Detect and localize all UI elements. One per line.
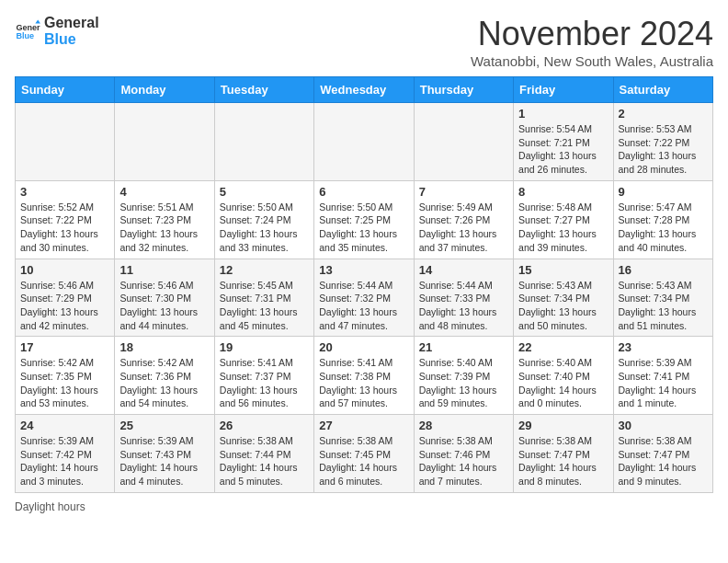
day-info: Sunrise: 5:46 AM Sunset: 7:30 PM Dayligh…	[119, 279, 209, 333]
day-number: 17	[20, 340, 109, 354]
day-info: Sunrise: 5:39 AM Sunset: 7:43 PM Dayligh…	[119, 434, 209, 488]
day-info: Sunrise: 5:41 AM Sunset: 7:38 PM Dayligh…	[319, 356, 408, 410]
day-info: Sunrise: 5:40 AM Sunset: 7:39 PM Dayligh…	[419, 356, 508, 410]
title-area: November 2024 Watanobbi, New South Wales…	[471, 15, 713, 69]
day-info: Sunrise: 5:38 AM Sunset: 7:46 PM Dayligh…	[419, 434, 508, 488]
logo: General Blue General Blue	[15, 15, 99, 47]
day-cell: 16Sunrise: 5:43 AM Sunset: 7:34 PM Dayli…	[613, 259, 712, 337]
header-tuesday: Tuesday	[214, 77, 313, 103]
day-number: 8	[518, 185, 608, 199]
day-number: 7	[419, 185, 508, 199]
svg-marker-2	[35, 19, 40, 23]
day-number: 23	[619, 340, 708, 354]
day-number: 5	[220, 185, 309, 199]
day-info: Sunrise: 5:43 AM Sunset: 7:34 PM Dayligh…	[518, 279, 608, 333]
day-number: 9	[619, 185, 708, 199]
day-cell: 20Sunrise: 5:41 AM Sunset: 7:38 PM Dayli…	[314, 337, 414, 415]
day-number: 4	[119, 185, 209, 199]
day-number: 12	[220, 263, 309, 277]
header-monday: Monday	[115, 77, 214, 103]
day-cell: 19Sunrise: 5:41 AM Sunset: 7:37 PM Dayli…	[214, 337, 313, 415]
day-cell: 27Sunrise: 5:38 AM Sunset: 7:45 PM Dayli…	[314, 415, 414, 493]
day-cell: 2Sunrise: 5:53 AM Sunset: 7:22 PM Daylig…	[613, 103, 712, 181]
day-info: Sunrise: 5:44 AM Sunset: 7:33 PM Dayligh…	[419, 279, 508, 333]
day-number: 19	[220, 340, 309, 354]
day-number: 22	[518, 340, 608, 354]
header-friday: Friday	[514, 77, 613, 103]
header: General Blue General Blue November 2024 …	[15, 15, 713, 69]
day-cell: 18Sunrise: 5:42 AM Sunset: 7:36 PM Dayli…	[115, 337, 214, 415]
day-number: 11	[119, 263, 209, 277]
header-sunday: Sunday	[16, 77, 115, 103]
location-subtitle: Watanobbi, New South Wales, Australia	[471, 53, 713, 69]
day-number: 10	[20, 263, 109, 277]
day-number: 16	[619, 263, 708, 277]
day-info: Sunrise: 5:38 AM Sunset: 7:47 PM Dayligh…	[518, 434, 608, 488]
day-info: Sunrise: 5:39 AM Sunset: 7:41 PM Dayligh…	[619, 356, 708, 410]
day-info: Sunrise: 5:51 AM Sunset: 7:23 PM Dayligh…	[119, 201, 209, 255]
logo-blue: Blue	[44, 31, 99, 48]
day-cell: 1Sunrise: 5:54 AM Sunset: 7:21 PM Daylig…	[514, 103, 613, 181]
day-info: Sunrise: 5:52 AM Sunset: 7:22 PM Dayligh…	[20, 201, 109, 255]
logo-general: General	[44, 15, 99, 31]
day-number: 13	[319, 263, 408, 277]
day-info: Sunrise: 5:43 AM Sunset: 7:34 PM Dayligh…	[619, 279, 708, 333]
day-number: 3	[20, 185, 109, 199]
day-cell: 14Sunrise: 5:44 AM Sunset: 7:33 PM Dayli…	[414, 259, 513, 337]
day-info: Sunrise: 5:50 AM Sunset: 7:25 PM Dayligh…	[319, 201, 408, 255]
day-cell: 3Sunrise: 5:52 AM Sunset: 7:22 PM Daylig…	[16, 180, 115, 259]
day-number: 25	[119, 419, 209, 432]
day-number: 29	[518, 419, 608, 432]
day-info: Sunrise: 5:42 AM Sunset: 7:36 PM Dayligh…	[119, 356, 209, 410]
day-number: 26	[220, 419, 309, 432]
header-wednesday: Wednesday	[314, 77, 414, 103]
day-cell	[414, 103, 513, 181]
day-cell: 15Sunrise: 5:43 AM Sunset: 7:34 PM Dayli…	[514, 259, 613, 337]
day-cell: 10Sunrise: 5:46 AM Sunset: 7:29 PM Dayli…	[16, 259, 115, 337]
svg-text:General: General	[16, 22, 40, 31]
day-info: Sunrise: 5:49 AM Sunset: 7:26 PM Dayligh…	[419, 201, 508, 255]
day-info: Sunrise: 5:53 AM Sunset: 7:22 PM Dayligh…	[619, 122, 708, 177]
day-cell: 30Sunrise: 5:38 AM Sunset: 7:47 PM Dayli…	[613, 415, 712, 493]
day-info: Sunrise: 5:47 AM Sunset: 7:28 PM Dayligh…	[619, 201, 708, 255]
day-number: 27	[319, 419, 408, 432]
day-number: 15	[518, 263, 608, 277]
week-row-1: 1Sunrise: 5:54 AM Sunset: 7:21 PM Daylig…	[16, 103, 713, 181]
day-number: 24	[20, 419, 109, 432]
day-info: Sunrise: 5:39 AM Sunset: 7:42 PM Dayligh…	[20, 434, 109, 488]
day-info: Sunrise: 5:38 AM Sunset: 7:45 PM Dayligh…	[319, 434, 408, 488]
day-cell: 13Sunrise: 5:44 AM Sunset: 7:32 PM Dayli…	[314, 259, 414, 337]
day-cell: 28Sunrise: 5:38 AM Sunset: 7:46 PM Dayli…	[414, 415, 513, 493]
day-info: Sunrise: 5:42 AM Sunset: 7:35 PM Dayligh…	[20, 356, 109, 410]
day-cell	[314, 103, 414, 181]
day-info: Sunrise: 5:44 AM Sunset: 7:32 PM Dayligh…	[319, 279, 408, 333]
day-number: 1	[518, 107, 608, 121]
day-info: Sunrise: 5:48 AM Sunset: 7:27 PM Dayligh…	[518, 201, 608, 255]
day-cell: 23Sunrise: 5:39 AM Sunset: 7:41 PM Dayli…	[613, 337, 712, 415]
day-number: 18	[119, 340, 209, 354]
day-cell: 8Sunrise: 5:48 AM Sunset: 7:27 PM Daylig…	[514, 180, 613, 259]
day-cell: 7Sunrise: 5:49 AM Sunset: 7:26 PM Daylig…	[414, 180, 513, 259]
month-title: November 2024	[471, 15, 713, 53]
day-number: 14	[419, 263, 508, 277]
day-info: Sunrise: 5:38 AM Sunset: 7:44 PM Dayligh…	[220, 434, 309, 488]
day-cell	[16, 103, 115, 181]
week-row-2: 3Sunrise: 5:52 AM Sunset: 7:22 PM Daylig…	[16, 180, 713, 259]
day-cell: 22Sunrise: 5:40 AM Sunset: 7:40 PM Dayli…	[514, 337, 613, 415]
week-row-4: 17Sunrise: 5:42 AM Sunset: 7:35 PM Dayli…	[16, 337, 713, 415]
day-info: Sunrise: 5:40 AM Sunset: 7:40 PM Dayligh…	[518, 356, 608, 410]
day-cell: 25Sunrise: 5:39 AM Sunset: 7:43 PM Dayli…	[115, 415, 214, 493]
day-number: 28	[419, 419, 508, 432]
day-info: Sunrise: 5:50 AM Sunset: 7:24 PM Dayligh…	[220, 201, 309, 255]
header-saturday: Saturday	[613, 77, 712, 103]
day-cell: 9Sunrise: 5:47 AM Sunset: 7:28 PM Daylig…	[613, 180, 712, 259]
week-row-3: 10Sunrise: 5:46 AM Sunset: 7:29 PM Dayli…	[16, 259, 713, 337]
day-number: 20	[319, 340, 408, 354]
day-cell: 26Sunrise: 5:38 AM Sunset: 7:44 PM Dayli…	[214, 415, 313, 493]
day-cell: 17Sunrise: 5:42 AM Sunset: 7:35 PM Dayli…	[16, 337, 115, 415]
day-info: Sunrise: 5:45 AM Sunset: 7:31 PM Dayligh…	[220, 279, 309, 333]
day-cell: 21Sunrise: 5:40 AM Sunset: 7:39 PM Dayli…	[414, 337, 513, 415]
day-cell: 11Sunrise: 5:46 AM Sunset: 7:30 PM Dayli…	[115, 259, 214, 337]
day-number: 30	[619, 419, 708, 432]
day-info: Sunrise: 5:38 AM Sunset: 7:47 PM Dayligh…	[619, 434, 708, 488]
